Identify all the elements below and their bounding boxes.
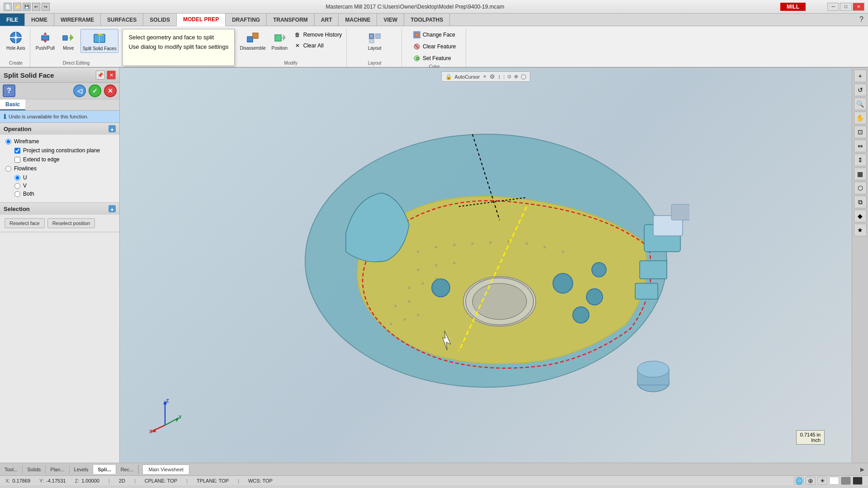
open-btn[interactable]: 📁: [13, 3, 21, 11]
change-face-btn[interactable]: Change Face: [411, 30, 458, 40]
redo-btn[interactable]: ↪: [42, 3, 50, 11]
autocursor-bar[interactable]: 🔒 AutoCursor ▼ ⚙ ↕ | ⊙ ⊕ ◯: [441, 71, 531, 82]
u-radio[interactable]: U: [14, 174, 114, 181]
wireframe-radio[interactable]: Wireframe: [5, 138, 114, 145]
btab-split[interactable]: Spli...: [93, 465, 116, 474]
tab-art[interactable]: ART: [315, 14, 339, 26]
btab-rec[interactable]: Rec...: [116, 465, 139, 474]
both-radio[interactable]: Both: [14, 191, 114, 197]
both-input[interactable]: [14, 191, 20, 197]
window-controls[interactable]: ─ □ ✕: [827, 3, 864, 11]
minimize-btn[interactable]: ─: [827, 3, 839, 11]
clear-feature-label: Clear Feature: [423, 43, 456, 50]
rt-btn-star[interactable]: ★: [854, 224, 867, 236]
disassemble-btn[interactable]: Disassemble: [238, 29, 268, 52]
position-btn[interactable]: Position: [269, 29, 290, 52]
rt-btn-pan[interactable]: ✋: [854, 112, 867, 124]
operation-collapse-btn[interactable]: ▲: [108, 125, 116, 132]
vtab-main[interactable]: Main Viewsheet: [142, 465, 189, 474]
btab-solids[interactable]: Solids: [23, 465, 46, 474]
rt-btn-rotate[interactable]: ↺: [854, 84, 867, 96]
rt-btn-diamond[interactable]: ◆: [854, 210, 867, 222]
project-using-checkbox[interactable]: Project using construction plane: [14, 147, 114, 154]
svg-point-30: [553, 273, 573, 293]
tab-basic[interactable]: Basic: [0, 99, 25, 110]
reselect-face-btn[interactable]: Reselect face: [5, 218, 45, 228]
cancel-btn[interactable]: ✕: [104, 84, 117, 97]
push-pull-btn[interactable]: Push/Pull: [34, 29, 57, 52]
set-feature-btn[interactable]: ⚙ Set Feature: [411, 53, 458, 63]
new-btn[interactable]: 📄: [4, 3, 12, 11]
status-icons[interactable]: 🌐 ⊕ ☀: [794, 477, 863, 485]
svg-text:Y: Y: [179, 414, 182, 420]
clear-all-btn[interactable]: ✕ Clear AlI: [292, 41, 344, 51]
btab-plan[interactable]: Plan...: [46, 465, 69, 474]
status-white-btn[interactable]: [829, 477, 839, 485]
panel-close-btn[interactable]: ✕: [107, 70, 116, 80]
x-label: X:: [5, 478, 10, 483]
btab-tool[interactable]: Tool...: [0, 465, 23, 474]
status-gray-btn[interactable]: [841, 477, 851, 485]
ok-btn[interactable]: ✓: [89, 84, 101, 97]
tab-machine[interactable]: MACHINE: [339, 14, 377, 26]
panel-title-icons[interactable]: 📌 ✕: [96, 70, 116, 80]
reselect-position-btn[interactable]: Reselect position: [47, 218, 95, 228]
tab-home[interactable]: HOME: [25, 14, 54, 26]
rt-btn-layers[interactable]: ⧉: [854, 196, 867, 208]
rt-btn-flip[interactable]: ⇕: [854, 154, 867, 166]
operation-section-header[interactable]: Operation ▲: [0, 123, 119, 135]
tab-model-prep[interactable]: MODEL PREP: [177, 14, 226, 26]
back-btn[interactable]: ◁: [73, 84, 86, 97]
view-tab-scroll-right[interactable]: ▶: [857, 466, 868, 473]
status-sun-btn[interactable]: ☀: [817, 477, 827, 485]
rt-btn-hex[interactable]: ⬡: [854, 182, 867, 194]
selection-collapse-btn[interactable]: ▲: [108, 205, 116, 212]
modify-group-label: Modify: [284, 60, 297, 67]
maximize-btn[interactable]: □: [840, 3, 852, 11]
flowlines-radio[interactable]: Flowlines: [5, 165, 114, 172]
u-input[interactable]: [14, 175, 20, 181]
tab-drafting[interactable]: DRAFTING: [226, 14, 267, 26]
tab-solids[interactable]: SOLIDS: [143, 14, 177, 26]
help-btn[interactable]: ?: [3, 84, 15, 97]
ribbon-tooltip-box: Select geometry and face to split Use di…: [123, 29, 234, 66]
layout-btn1[interactable]: Layout: [364, 29, 385, 52]
rt-btn-zoom-in[interactable]: 🔍: [854, 98, 867, 110]
close-btn[interactable]: ✕: [853, 3, 864, 11]
tab-view[interactable]: VIEW: [377, 14, 404, 26]
rt-btn-plus[interactable]: +: [854, 70, 867, 82]
extend-to-edge-checkbox[interactable]: Extend to edge: [14, 156, 114, 163]
move-btn[interactable]: Move: [58, 29, 79, 52]
split-solid-faces-btn[interactable]: Split Solid Faces: [80, 29, 118, 53]
panel-pin-btn[interactable]: 📌: [96, 70, 105, 80]
v-radio[interactable]: V: [14, 183, 114, 189]
tab-wireframe[interactable]: WIREFRAME: [54, 14, 101, 26]
wireframe-input[interactable]: [5, 139, 11, 145]
extend-to-edge-input[interactable]: [14, 157, 20, 163]
status-dark-btn[interactable]: [853, 477, 863, 485]
tab-surfaces[interactable]: SURFACES: [101, 14, 143, 26]
viewport[interactable]: 🔒 AutoCursor ▼ ⚙ ↕ | ⊙ ⊕ ◯: [120, 68, 852, 463]
undo-btn[interactable]: ↩: [32, 3, 40, 11]
svg-point-50: [453, 244, 456, 246]
btab-levels[interactable]: Levels: [70, 465, 94, 474]
tab-transform[interactable]: TRANSFORM: [267, 14, 315, 26]
rt-btn-grid[interactable]: ▦: [854, 168, 867, 180]
status-grid-btn[interactable]: ⊕: [806, 477, 816, 485]
project-using-input[interactable]: [14, 148, 20, 154]
rt-btn-fit[interactable]: ⊡: [854, 126, 867, 138]
v-input[interactable]: [14, 183, 20, 189]
remove-history-btn[interactable]: 🗑 Remove History: [292, 30, 344, 40]
hole-axis-btn[interactable]: Hole Axis: [5, 29, 27, 52]
clear-feature-btn[interactable]: Clear Feature: [411, 42, 458, 52]
rt-btn-arrows[interactable]: ⇔: [854, 140, 867, 152]
layout-label1: Layout: [368, 46, 382, 51]
quick-access-toolbar[interactable]: 📄 📁 💾 ↩ ↪: [4, 3, 50, 11]
tab-toolpaths[interactable]: TOOLPATHS: [404, 14, 450, 26]
save-btn[interactable]: 💾: [23, 3, 31, 11]
help-btn[interactable]: ?: [855, 14, 868, 26]
tab-file[interactable]: FILE: [0, 14, 25, 26]
selection-section-header[interactable]: Selection ▲: [0, 203, 119, 215]
flowlines-input[interactable]: [5, 166, 11, 172]
status-globe-btn[interactable]: 🌐: [794, 477, 804, 485]
